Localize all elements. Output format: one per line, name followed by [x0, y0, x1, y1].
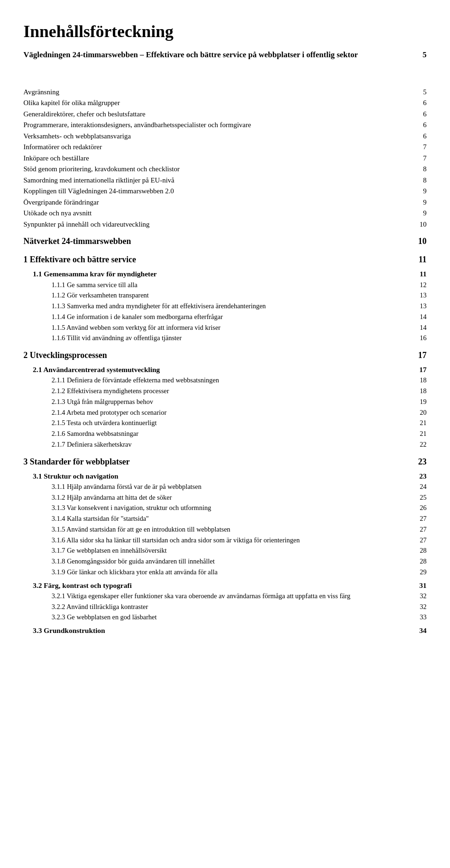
subtitle-row: Vägledningen 24-timmarswebben – Effektiv…: [23, 49, 427, 74]
toc-row: 1 Effektivare och bättre service11: [23, 253, 427, 266]
toc-page: 28: [412, 556, 427, 567]
toc-row: Avgränsning5: [23, 87, 427, 98]
toc-label: 1.1.5 Använd webben som verktyg för att …: [23, 323, 412, 333]
toc-page: 16: [412, 333, 427, 343]
subtitle-page: 5: [412, 49, 427, 61]
toc-label: 3.2.1 Viktiga egenskaper eller funktione…: [23, 591, 412, 602]
toc-label: 1.1.2 Gör verksamheten transparent: [23, 290, 412, 301]
toc-label: Generaldirektörer, chefer och beslutsfat…: [23, 109, 412, 120]
toc-row: 3.1.7 Ge webbplatsen en innehållsöversik…: [23, 546, 427, 556]
toc-page: 8: [412, 164, 427, 175]
toc-row: 3.3 Grundkonstruktion34: [23, 625, 427, 636]
toc-page: 29: [412, 567, 427, 578]
toc-label: 1.1.6 Tillit vid användning av offentlig…: [23, 333, 412, 343]
toc-label: 3.2 Färg, kontrast och typografi: [23, 580, 412, 591]
toc-label: 1 Effektivare och bättre service: [23, 253, 412, 266]
toc-page: 21: [412, 418, 427, 428]
toc-page: 20: [412, 408, 427, 418]
toc-row: 1.1.1 Ge samma service till alla12: [23, 280, 427, 290]
toc-label: 2.1.6 Samordna webbsatsningar: [23, 429, 412, 439]
toc-row: Stöd genom prioritering, kravdokument oc…: [23, 164, 427, 175]
toc-page: 19: [412, 397, 427, 407]
toc-label: Övergripande förändringar: [23, 197, 412, 208]
toc-page: 7: [412, 153, 427, 164]
toc-label: 2.1.5 Testa och utvärdera kontinuerligt: [23, 418, 412, 428]
toc-label: 3.1 Struktur och navigation: [23, 471, 412, 481]
toc-row: Utökade och nya avsnitt9: [23, 208, 427, 219]
toc-label: Verksamhets- och webbplatsansvariga: [23, 131, 412, 142]
toc-page: 27: [412, 535, 427, 546]
toc-row: 1.1.6 Tillit vid användning av offentlig…: [23, 333, 427, 343]
toc-label: 3.2.3 Ge webbplatsen en god läsbarhet: [23, 612, 412, 623]
toc-row: 3.1.8 Genomgångssidor bör guida användar…: [23, 556, 427, 567]
toc-page: 31: [412, 580, 427, 591]
toc-row: 3 Standarder för webbplatser23: [23, 456, 427, 468]
toc-page: 26: [412, 503, 427, 513]
toc-label: 3.1.3 Var konsekvent i navigation, struk…: [23, 503, 412, 513]
toc-page: 14: [412, 323, 427, 333]
toc-label: 3 Standarder för webbplatser: [23, 456, 412, 468]
toc-page: 6: [412, 120, 427, 130]
toc-label: 2 Utvecklingsprocessen: [23, 349, 412, 362]
toc-label: Inköpare och beställare: [23, 153, 412, 164]
toc-row: 1.1.5 Använd webben som verktyg för att …: [23, 323, 427, 333]
toc-row: 2.1.2 Effektivisera myndighetens process…: [23, 386, 427, 396]
toc-row: 3.2.3 Ge webbplatsen en god läsbarhet33: [23, 612, 427, 623]
toc-page: 17: [412, 364, 427, 375]
toc-label: 3.2.2 Använd tillräckliga kontraster: [23, 602, 412, 612]
toc-page: 10: [412, 235, 427, 248]
toc-row: 3.1.3 Var konsekvent i navigation, struk…: [23, 503, 427, 513]
toc-page: 6: [412, 131, 427, 142]
toc-row: Informatörer och redaktörer7: [23, 142, 427, 152]
toc-row: 2.1.1 Definiera de förväntade effekterna…: [23, 375, 427, 386]
toc-page: 32: [412, 591, 427, 602]
toc-page: 21: [412, 429, 427, 439]
toc-page: 24: [412, 482, 427, 492]
toc-row: 3.1 Struktur och navigation23: [23, 471, 427, 481]
toc-page: 7: [412, 142, 427, 152]
toc-label: 1.1 Gemensamma krav för myndigheter: [23, 268, 412, 279]
toc-row: 3.1.4 Kalla startsidan för "startsida"27: [23, 514, 427, 524]
toc-row: 2.1 Användarcentrerad systemutveckling17: [23, 364, 427, 375]
toc-page: 27: [412, 525, 427, 535]
toc-label: Avgränsning: [23, 87, 412, 98]
toc-row: 1.1.4 Ge information i de kanaler som me…: [23, 312, 427, 322]
toc-row: Synpunkter på innehåll och vidareutveckl…: [23, 219, 427, 230]
toc-label: 2.1.3 Utgå från målgruppernas behov: [23, 397, 412, 407]
toc-row: Kopplingen till Vägledningen 24-timmarsw…: [23, 186, 427, 197]
toc-page: 9: [412, 186, 427, 197]
toc-row: 3.1.9 Gör länkar och klickbara ytor enkl…: [23, 567, 427, 578]
toc-label: Stöd genom prioritering, kravdokument oc…: [23, 164, 412, 175]
toc-label: Synpunkter på innehåll och vidareutveckl…: [23, 219, 412, 230]
toc-page: 22: [412, 440, 427, 450]
toc-row: Inköpare och beställare7: [23, 153, 427, 164]
toc-page: 10: [412, 219, 427, 230]
toc-row: Verksamhets- och webbplatsansvariga6: [23, 131, 427, 142]
toc-row: 3.1.5 Använd startsidan för att ge en in…: [23, 525, 427, 535]
toc-label: 3.3 Grundkonstruktion: [23, 625, 412, 636]
toc-page: 9: [412, 197, 427, 208]
toc-page: 11: [412, 268, 427, 279]
toc-row: Olika kapitel för olika målgrupper6: [23, 98, 427, 108]
toc-row: Övergripande förändringar9: [23, 197, 427, 208]
toc-label: 3.1.6 Alla sidor ska ha länkar till star…: [23, 535, 412, 546]
toc-page: 6: [412, 98, 427, 108]
page-container: Innehållsförteckning Vägledningen 24-tim…: [23, 19, 427, 636]
toc-label: 3.1.4 Kalla startsidan för "startsida": [23, 514, 412, 524]
toc-page: 23: [412, 456, 427, 468]
toc-row: 2.1.5 Testa och utvärdera kontinuerligt2…: [23, 418, 427, 428]
toc-label: Olika kapitel för olika målgrupper: [23, 98, 412, 108]
toc-page: 27: [412, 514, 427, 524]
toc-row: 3.1.6 Alla sidor ska ha länkar till star…: [23, 535, 427, 546]
toc-page: 25: [412, 493, 427, 503]
toc-label: 3.1.2 Hjälp användarna att hitta det de …: [23, 493, 412, 503]
toc-label: 2.1 Användarcentrerad systemutveckling: [23, 364, 412, 375]
toc-label: 3.1.9 Gör länkar och klickbara ytor enkl…: [23, 567, 412, 578]
toc-row: Programmerare, interaktionsdesigners, an…: [23, 120, 427, 130]
toc-row: 3.2.2 Använd tillräckliga kontraster32: [23, 602, 427, 612]
toc-row: Nätverket 24-timmarswebben10: [23, 235, 427, 248]
toc-page: 23: [412, 471, 427, 481]
toc-row: Generaldirektörer, chefer och beslutsfat…: [23, 109, 427, 120]
toc-label: 2.1.2 Effektivisera myndighetens process…: [23, 386, 412, 396]
toc-row: 1.1 Gemensamma krav för myndigheter11: [23, 268, 427, 279]
